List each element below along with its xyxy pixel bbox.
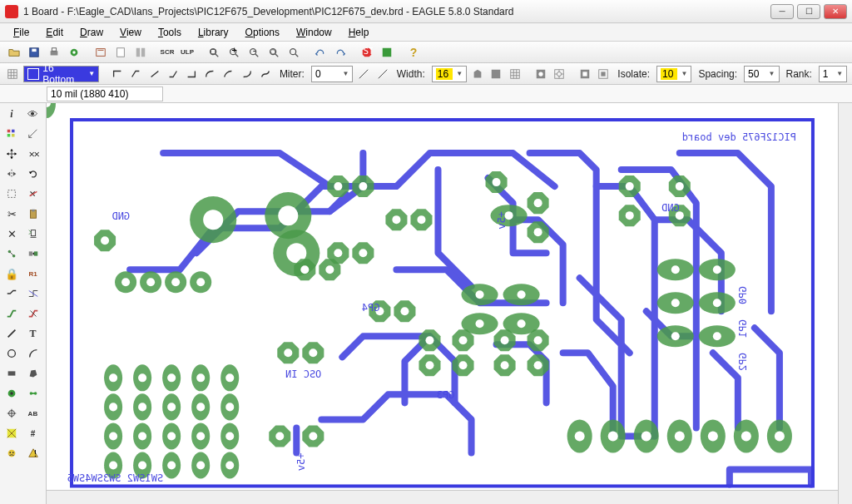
bend-7-button[interactable] xyxy=(239,66,254,82)
attribute-tool[interactable]: A B xyxy=(23,404,43,422)
layer-select[interactable]: 16 Bottom ▼ xyxy=(23,66,99,82)
go-button[interactable] xyxy=(378,44,396,61)
bend-4-button[interactable] xyxy=(184,66,199,82)
menu-library[interactable]: Library xyxy=(191,25,235,40)
board-canvas[interactable]: PIC12F675 dev board GND GND +5v +5v GP0 … xyxy=(47,103,838,504)
v-scrollbar[interactable] xyxy=(838,103,852,504)
signal-tool[interactable] xyxy=(23,384,43,403)
pour-solid-button[interactable] xyxy=(470,66,485,82)
sheet-button[interactable] xyxy=(111,44,130,61)
thermal-2-button[interactable] xyxy=(552,66,567,82)
replace-tool[interactable] xyxy=(23,245,43,263)
route-tool[interactable] xyxy=(2,304,22,323)
width-select[interactable]: 16▼ xyxy=(432,66,467,82)
menu-help[interactable]: Help xyxy=(342,25,376,40)
ulp-button[interactable]: ULP xyxy=(178,44,196,61)
delete-tool[interactable]: ✕ xyxy=(2,225,22,243)
lock-tool[interactable]: 🔒 xyxy=(2,264,22,283)
auto-tool[interactable]: # xyxy=(23,424,43,442)
text-tool[interactable]: T xyxy=(23,324,43,343)
split-tool[interactable] xyxy=(2,284,22,303)
orphan-2-button[interactable] xyxy=(596,66,611,82)
polygon-tool[interactable] xyxy=(23,364,43,383)
maximize-button[interactable]: ☐ xyxy=(797,4,820,19)
undo-button[interactable] xyxy=(311,44,329,61)
save-button[interactable] xyxy=(25,44,43,61)
miter-select[interactable]: 0▼ xyxy=(311,66,353,82)
menu-edit[interactable]: Edit xyxy=(39,25,70,40)
mark-tool[interactable] xyxy=(23,125,43,143)
arc-tool[interactable] xyxy=(23,344,43,363)
print-button[interactable] xyxy=(45,44,63,61)
hole-tool[interactable] xyxy=(2,404,22,422)
smash-tool[interactable]: R1 xyxy=(23,264,43,283)
cam-button[interactable] xyxy=(65,44,83,61)
thermal-1-button[interactable] xyxy=(533,66,548,82)
rotate-tool[interactable] xyxy=(23,165,43,183)
zoom-fit-button[interactable] xyxy=(205,44,223,61)
show-tool[interactable]: 👁 xyxy=(23,105,43,123)
bend-3-button[interactable] xyxy=(166,66,181,82)
svg-point-118 xyxy=(671,332,680,340)
grid-button[interactable] xyxy=(5,66,20,82)
rank-select[interactable]: 1▼ xyxy=(819,66,847,82)
script-button[interactable]: SCR xyxy=(158,44,176,61)
bend-8-button[interactable] xyxy=(258,66,273,82)
rect-tool[interactable] xyxy=(2,364,22,383)
silk-sw: SW1SW2 SW3SW4SW5 xyxy=(67,472,164,484)
coords-bar: 10 mil (1880 410) xyxy=(0,85,852,103)
add-tool[interactable] xyxy=(23,225,43,243)
spacing-select[interactable]: 50▼ xyxy=(744,66,779,82)
menu-window[interactable]: Window xyxy=(290,25,339,40)
menu-file[interactable]: File xyxy=(7,25,36,40)
wire-tool[interactable] xyxy=(2,324,22,343)
close-button[interactable]: ✕ xyxy=(824,4,847,19)
isolate-select[interactable]: 10▼ xyxy=(656,66,691,82)
minimize-button[interactable]: ─ xyxy=(770,4,794,19)
bend-2-button[interactable] xyxy=(146,66,161,82)
open-button[interactable] xyxy=(5,44,23,61)
menu-options[interactable]: Options xyxy=(239,25,286,40)
miter-style-2[interactable] xyxy=(375,66,390,82)
library-button[interactable] xyxy=(131,44,150,61)
help-button[interactable]: ? xyxy=(404,44,423,61)
erc-tool[interactable] xyxy=(2,444,22,462)
pinswap-tool[interactable] xyxy=(2,245,22,263)
menu-tools[interactable]: Tools xyxy=(151,25,188,40)
info-tool[interactable]: i xyxy=(2,105,22,123)
ripup-tool[interactable] xyxy=(23,304,43,323)
copy-tool[interactable]: ⨉⨉ xyxy=(23,145,43,163)
zoom-select-button[interactable] xyxy=(285,44,303,61)
menu-draw[interactable]: Draw xyxy=(73,25,110,40)
h-scrollbar[interactable] xyxy=(47,490,838,504)
errors-tool[interactable]: ! xyxy=(23,444,43,462)
group-tool[interactable] xyxy=(2,185,22,203)
optimize-tool[interactable] xyxy=(23,284,43,303)
bend-0-button[interactable] xyxy=(110,66,125,82)
schematic-button[interactable] xyxy=(92,44,110,61)
menu-view[interactable]: View xyxy=(113,25,148,40)
cut-tool[interactable]: ✂ xyxy=(2,205,22,223)
bend-1-button[interactable] xyxy=(128,66,143,82)
move-tool[interactable] xyxy=(2,145,22,163)
svg-rect-56 xyxy=(12,134,15,137)
pour-hatch-button[interactable] xyxy=(488,66,503,82)
change-tool[interactable] xyxy=(23,185,43,203)
ratsnest-tool[interactable] xyxy=(2,424,22,442)
redraw-button[interactable] xyxy=(265,44,283,61)
svg-point-182 xyxy=(741,431,751,441)
pour-crosshatch-button[interactable] xyxy=(508,66,523,82)
paste-tool[interactable] xyxy=(23,205,43,223)
orphan-1-button[interactable] xyxy=(577,66,592,82)
bend-5-button[interactable] xyxy=(202,66,217,82)
circle-tool[interactable] xyxy=(2,344,22,363)
zoom-in-button[interactable]: + xyxy=(225,44,243,61)
stop-button[interactable]: STOP xyxy=(358,44,376,61)
bend-6-button[interactable] xyxy=(220,66,235,82)
miter-style-1[interactable] xyxy=(356,66,371,82)
mirror-tool[interactable] xyxy=(2,165,22,183)
zoom-out-button[interactable]: - xyxy=(245,44,263,61)
redo-button[interactable] xyxy=(331,44,349,61)
display-tool[interactable] xyxy=(2,125,22,143)
via-tool[interactable] xyxy=(2,384,22,403)
